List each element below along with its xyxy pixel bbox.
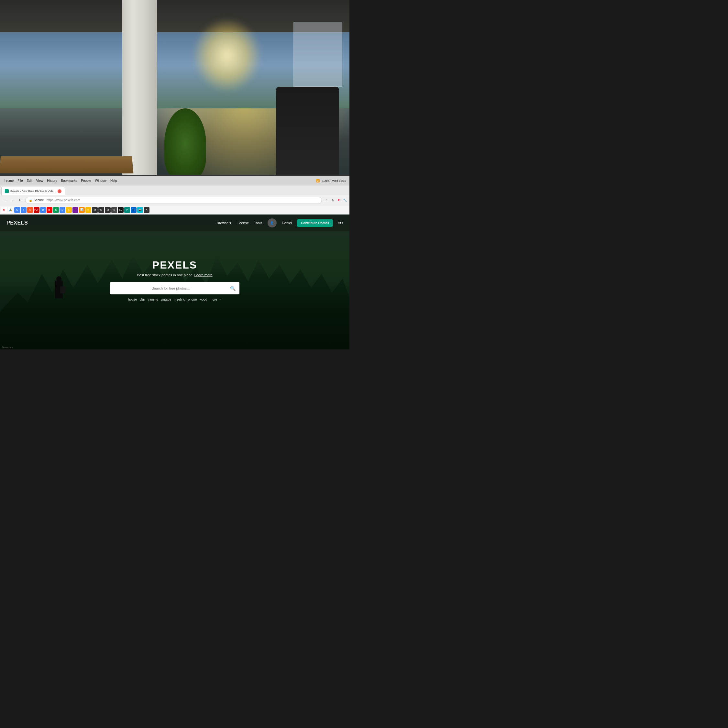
ext-p1[interactable]: P: [124, 207, 130, 213]
titlebar-menu: hrome File Edit View History Bookmarks P…: [3, 178, 119, 183]
monitor-wrapper: hrome File Edit View History Bookmarks P…: [0, 175, 349, 349]
browse-chevron-icon: ▾: [229, 221, 231, 225]
search-bar[interactable]: Search for free photos... 🔍: [110, 282, 239, 294]
back-button[interactable]: ‹: [2, 197, 8, 203]
ext-orange[interactable]: O: [27, 207, 33, 213]
menu-history[interactable]: History: [45, 178, 59, 183]
tools-label: Tools: [254, 221, 262, 225]
user-name[interactable]: Daniel: [282, 221, 292, 225]
sys-tray-wifi: 📶: [315, 179, 320, 182]
menu-help[interactable]: Help: [109, 178, 119, 183]
ext-docs[interactable]: D: [60, 207, 65, 213]
tag-wood[interactable]: wood: [199, 297, 207, 301]
nav-more-button[interactable]: •••: [338, 220, 343, 225]
addon-icon-1[interactable]: 🔧: [342, 198, 347, 203]
titlebar: hrome File Edit View History Bookmarks P…: [0, 176, 349, 185]
hero-title: PEXELS: [35, 259, 315, 271]
ext-pdf[interactable]: PDF: [34, 207, 40, 213]
ext-gmail[interactable]: M: [1, 207, 7, 213]
ext-slides[interactable]: S: [66, 207, 72, 213]
ext-sheets[interactable]: S: [53, 207, 59, 213]
pexels-site: PEXELS Browse ▾ License Tools: [0, 214, 349, 349]
titlebar-right: 📶 100% Wed 16:15: [315, 179, 347, 182]
search-placeholder-text: Search for free photos...: [114, 286, 228, 290]
ext-nt[interactable]: N: [111, 207, 117, 213]
tag-house[interactable]: house: [128, 297, 137, 301]
tag-training[interactable]: training: [148, 297, 158, 301]
extensions-bar: M C T O PDF B ▶ S D S F 📊 K M: [0, 205, 349, 214]
license-label: License: [237, 221, 249, 225]
tab-close-button[interactable]: ×: [58, 189, 61, 193]
window-right: [294, 22, 342, 87]
tabbar: Pexels - Best Free Photos & Vide... ×: [0, 185, 349, 195]
cast-icon[interactable]: ⊙: [330, 198, 335, 203]
menu-view[interactable]: View: [34, 178, 45, 183]
ext-m3[interactable]: M: [105, 207, 111, 213]
tag-more[interactable]: more →: [210, 297, 221, 301]
nav-license[interactable]: License: [237, 221, 249, 225]
menu-bookmarks[interactable]: Bookmarks: [59, 178, 79, 183]
office-table: [0, 156, 134, 173]
menu-window[interactable]: Window: [93, 178, 109, 183]
contribute-photos-button[interactable]: Contribute Photos: [297, 219, 333, 227]
ext-analytics[interactable]: 📊: [79, 207, 85, 213]
hero-subtitle: Best free stock photos in one place. Lea…: [35, 273, 315, 277]
hero-content: PEXELS Best free stock photos in one pla…: [35, 259, 315, 301]
url-text: https://www.pexels.com: [47, 198, 80, 202]
ext-keep[interactable]: K: [86, 207, 91, 213]
monitor-bezel: hrome File Edit View History Bookmarks P…: [0, 175, 349, 349]
addressbar: ‹ › ↻ 🔒 Secure https://www.pexels.com ☆ …: [0, 195, 349, 205]
ext-camera[interactable]: 📷: [137, 207, 143, 213]
menu-edit[interactable]: Edit: [24, 178, 34, 183]
url-bar[interactable]: 🔒 Secure https://www.pexels.com: [25, 197, 322, 204]
avatar-icon: 👤: [270, 221, 274, 225]
tab-favicon: [5, 189, 9, 193]
search-icon[interactable]: 🔍: [230, 285, 236, 291]
learn-more-link[interactable]: Learn more: [194, 273, 213, 277]
tab-title: Pexels - Best Free Photos & Vide...: [10, 190, 56, 193]
bookmark-star-icon[interactable]: ☆: [324, 198, 329, 203]
pexels-logo-nav: PEXELS: [6, 220, 28, 226]
ext-tasks[interactable]: T: [21, 207, 26, 213]
ext-ss[interactable]: SS: [118, 207, 124, 213]
tag-blur[interactable]: blur: [139, 297, 145, 301]
ext-forms[interactable]: F: [72, 207, 78, 213]
window-glow: [192, 17, 262, 93]
secure-indicator: 🔒: [29, 199, 32, 202]
forward-button[interactable]: ›: [9, 197, 16, 203]
nav-tools[interactable]: Tools: [254, 221, 262, 225]
ext-recycle[interactable]: R: [131, 207, 136, 213]
menu-people[interactable]: People: [79, 178, 93, 183]
menu-chrome[interactable]: hrome: [3, 178, 15, 183]
browser: hrome File Edit View History Bookmarks P…: [0, 176, 349, 349]
tab-pexels[interactable]: Pexels - Best Free Photos & Vide... ×: [1, 187, 65, 195]
ext-m1[interactable]: M: [92, 207, 98, 213]
pinterest-icon[interactable]: P: [336, 198, 341, 203]
ext-b1[interactable]: B: [40, 207, 46, 213]
menu-file[interactable]: File: [15, 178, 24, 183]
nav-browse[interactable]: Browse ▾: [217, 221, 232, 225]
address-nav: ‹ › ↻: [2, 197, 23, 203]
ext-gdrive[interactable]: [8, 207, 14, 213]
pexels-nav: PEXELS Browse ▾ License Tools: [0, 214, 349, 231]
url-protocol: Secure: [34, 198, 44, 202]
ext-m2[interactable]: M: [98, 207, 104, 213]
sys-tray-time: Wed 16:15: [332, 179, 347, 182]
ext-yt[interactable]: ▶: [47, 207, 52, 213]
searches-label: Searches: [2, 346, 13, 349]
tag-meeting[interactable]: meeting: [174, 297, 185, 301]
user-avatar[interactable]: 👤: [268, 219, 277, 228]
screen-content: hrome File Edit View History Bookmarks P…: [0, 176, 349, 349]
addressbar-right: ☆ ⊙ P 🔧: [324, 198, 347, 203]
reload-button[interactable]: ↻: [17, 197, 23, 203]
sys-tray-battery: 100%: [322, 179, 330, 182]
browse-label: Browse: [217, 221, 229, 225]
tag-phone[interactable]: phone: [188, 297, 197, 301]
ext-x1[interactable]: X: [144, 207, 150, 213]
ext-calendar[interactable]: C: [14, 207, 20, 213]
search-tags: house blur training vintage meeting phon…: [35, 297, 315, 301]
plant-top: [164, 109, 206, 179]
tag-vintage[interactable]: vintage: [161, 297, 171, 301]
